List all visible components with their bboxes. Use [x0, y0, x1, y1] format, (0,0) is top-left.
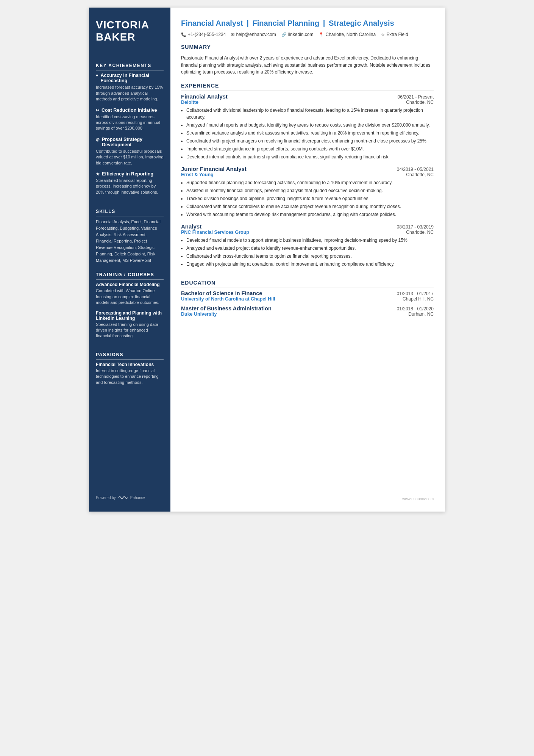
extra-value: Extra Field: [386, 32, 408, 37]
job-bullets: Supported financial planning and forecas…: [181, 179, 434, 218]
achievement-desc: Streamlined financial reporting process,…: [96, 178, 164, 195]
school-name: University of North Carolina at Chapel H…: [181, 296, 275, 302]
edu-dates: 01/2018 - 01/2020: [397, 306, 434, 311]
edu-location: Durham, NC: [408, 311, 434, 317]
achievement-title: Accuracy in Financial Forecasting: [101, 73, 164, 83]
heart-icon: ♥: [96, 73, 98, 78]
job-title: Financial Analyst: [181, 93, 228, 100]
training-title: Advanced Financial Modeling: [96, 282, 164, 287]
job-bullets: Developed financial models to support st…: [181, 237, 434, 268]
edu-dates: 01/2013 - 01/2017: [397, 291, 434, 296]
bullet-item: Collaborated with divisional leadership …: [186, 107, 434, 121]
company-name: Deloitte: [181, 100, 198, 105]
title-part-2: Financial Planning: [252, 19, 319, 27]
location-icon: 📍: [319, 32, 324, 37]
main-footer: www.enhancv.com: [181, 491, 434, 501]
training-desc: Specialized training on using data-drive…: [96, 322, 164, 339]
company-name: Ernst & Young: [181, 172, 214, 177]
bullet-item: Assisted in monthly financial briefings,…: [186, 187, 434, 194]
bullet-item: Analyzed and evaluated project data to i…: [186, 245, 434, 252]
job-dates: 06/2021 - Present: [398, 94, 434, 100]
bullet-item: Collaborated with finance controllers to…: [186, 203, 434, 210]
degree-title: Master of Business Administration: [181, 305, 272, 311]
job-title: Analyst: [181, 223, 201, 230]
skills-section-title: SKILLS: [96, 209, 164, 216]
achievement-title: Cost Reduction Initiative: [101, 108, 157, 113]
achievement-title: Proposal Strategy Development: [102, 137, 164, 147]
achievement-desc: Increased forecast accuracy by 15% throu…: [96, 85, 164, 102]
bullet-item: Collaborated with cross-functional teams…: [186, 253, 434, 260]
training-title: Forecasting and Planning with LinkedIn L…: [96, 310, 164, 321]
brand-name: Enhancv: [130, 496, 145, 500]
experience-section-title: EXPERIENCE: [181, 83, 434, 91]
sidebar: VICTORIABAKER KEY ACHIEVEMENTS ♥ Accurac…: [89, 8, 170, 512]
title-part-3: Strategic Analysis: [329, 19, 394, 27]
job-location: Charlotte, NC: [406, 172, 434, 177]
skills-text: Financial Analysis, Excel, Financial For…: [96, 219, 164, 264]
pipe-separator: |: [247, 19, 249, 27]
job-bullets: Collaborated with divisional leadership …: [181, 107, 434, 160]
contact-email: ✉ help@enhancv.com: [231, 32, 276, 37]
bullet-item: Worked with accounting teams to develop …: [186, 211, 434, 218]
linkedin-value: linkedin.com: [288, 32, 314, 37]
achievement-item: ★ Efficiency in Reporting Streamlined fi…: [96, 171, 164, 195]
passion-desc: Interest in cutting-edge financial techn…: [96, 368, 164, 385]
email-icon: ✉: [231, 32, 234, 37]
training-item: Advanced Financial Modeling Completed wi…: [96, 282, 164, 305]
bullet-item: Streamlined variance analysis and risk a…: [186, 130, 434, 136]
contact-row: 📞 +1-(234)-555-1234 ✉ help@enhancv.com 🔗…: [181, 32, 434, 37]
footer-url: www.enhancv.com: [402, 497, 434, 501]
contact-location: 📍 Charlotte, North Carolina: [319, 32, 376, 37]
achievement-item: ◎ Proposal Strategy Development Contribu…: [96, 137, 164, 166]
resume-container: VICTORIABAKER KEY ACHIEVEMENTS ♥ Accurac…: [89, 8, 445, 512]
achievement-desc: Identified cost-saving measures across d…: [96, 114, 164, 131]
experience-section: Financial Analyst 06/2021 - Present Delo…: [181, 93, 434, 273]
achievements-list: ♥ Accuracy in Financial Forecasting Incr…: [96, 73, 164, 200]
star-icon: ★: [96, 172, 100, 177]
bullet-item: Supported financial planning and forecas…: [186, 179, 434, 186]
main-header-title: Financial Analyst | Financial Planning |…: [181, 18, 434, 28]
bullet-item: Analyzed financial reports and budgets, …: [186, 122, 434, 128]
sidebar-footer: Powered by Enhancv: [96, 487, 164, 500]
bullet-item: Coordinated with project managers on res…: [186, 138, 434, 144]
contact-linkedin: 🔗 linkedin.com: [281, 32, 314, 37]
candidate-name: VICTORIABAKER: [96, 19, 164, 43]
degree-title: Bachelor of Science in Finance: [181, 290, 262, 296]
experience-entry: Analyst 08/2017 - 03/2019 PNC Financial …: [181, 223, 434, 268]
bullet-item: Engaged with projects aiming at operatio…: [186, 261, 434, 268]
training-section-title: TRAINING / COURSES: [96, 272, 164, 280]
pipe-separator: |: [323, 19, 325, 27]
achievement-item: ♥ Accuracy in Financial Forecasting Incr…: [96, 73, 164, 102]
job-dates: 04/2019 - 05/2021: [397, 167, 434, 172]
linkedin-icon: 🔗: [281, 32, 287, 37]
education-entry: Bachelor of Science in Finance 01/2013 -…: [181, 290, 434, 302]
summary-text: Passionate Financial Analyst with over 2…: [181, 55, 434, 76]
education-section: Bachelor of Science in Finance 01/2013 -…: [181, 290, 434, 321]
scissors-icon: ✂: [96, 108, 99, 113]
school-name: Duke University: [181, 311, 217, 317]
contact-extra: ☆ Extra Field: [381, 32, 408, 37]
passions-section-title: PASSIONS: [96, 352, 164, 360]
location-value: Charlotte, North Carolina: [325, 32, 376, 37]
training-list: Advanced Financial Modeling Completed wi…: [96, 282, 164, 343]
job-location: Charlotte, NC: [406, 100, 434, 105]
experience-entry: Financial Analyst 06/2021 - Present Delo…: [181, 93, 434, 160]
star-outline-icon: ☆: [381, 32, 385, 37]
company-name: PNC Financial Services Group: [181, 230, 249, 235]
powered-by-label: Powered by: [96, 496, 116, 500]
passion-title: Financial Tech Innovations: [96, 362, 164, 367]
main-content: Financial Analyst | Financial Planning |…: [170, 8, 445, 512]
passions-list: Financial Tech Innovations Interest in c…: [96, 362, 164, 385]
edu-location: Chapel Hill, NC: [403, 296, 434, 302]
target-icon: ◎: [96, 137, 100, 142]
job-location: Charlotte, NC: [406, 230, 434, 235]
phone-icon: 📞: [181, 32, 186, 37]
email-value: help@enhancv.com: [236, 32, 276, 37]
title-part-1: Financial Analyst: [181, 19, 243, 27]
summary-section-title: SUMMARY: [181, 44, 434, 52]
achievement-title: Efficiency in Reporting: [102, 171, 153, 177]
job-dates: 08/2017 - 03/2019: [397, 224, 434, 230]
bullet-item: Developed internal controls in partnersh…: [186, 153, 434, 160]
phone-value: +1-(234)-555-1234: [188, 32, 226, 37]
achievement-item: ✂ Cost Reduction Initiative Identified c…: [96, 108, 164, 131]
